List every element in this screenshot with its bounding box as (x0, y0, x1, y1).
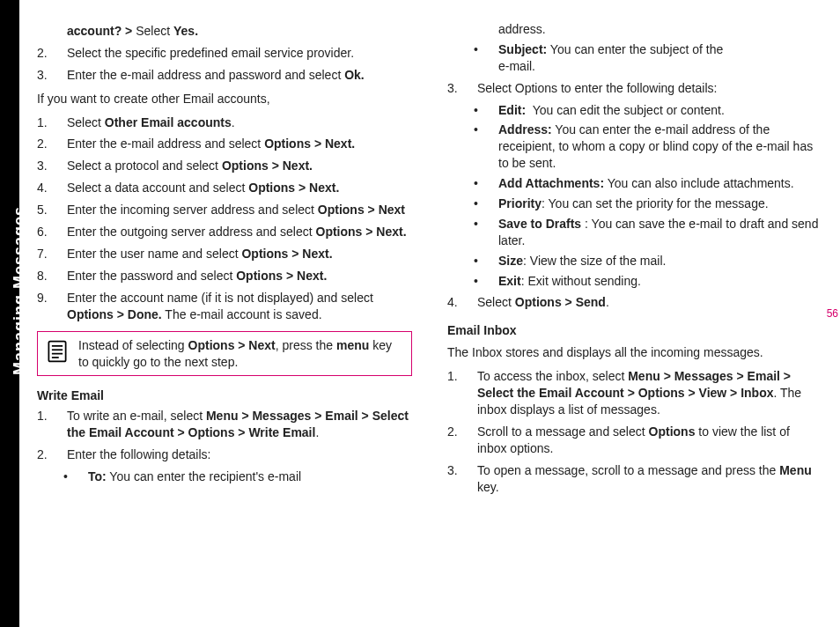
list-index: 2. (37, 136, 63, 152)
text: Select Options to enter the following de… (474, 80, 822, 97)
list-index: 6. (37, 224, 63, 240)
bullet: • (474, 195, 495, 212)
text: Priority: You can set the priority for t… (495, 195, 822, 212)
list-index: 1. (37, 114, 63, 131)
text: Add Attachments: You can also include at… (495, 175, 822, 192)
note-text: Instead of selecting Options > Next, pre… (78, 337, 404, 369)
list-index: 9. (37, 290, 63, 323)
text: Save to Drafts : You can save the e-mail… (495, 216, 822, 249)
list-index: 1. (37, 408, 63, 441)
text: Edit: You can edit the subject or conten… (495, 102, 822, 119)
list-index: 1. (447, 368, 474, 418)
text: Exit: Exit without sending. (495, 273, 822, 290)
note-icon (45, 339, 70, 364)
text: Enter the password and select Options > … (63, 268, 412, 284)
bullet: • (474, 175, 495, 192)
text: Select the specific predefined email ser… (63, 45, 412, 62)
section-heading: Email Inbox (447, 323, 822, 337)
list-index: 3. (37, 158, 63, 174)
text: If you want to create other Email accoun… (37, 91, 412, 107)
text: Select a data account and select Options… (63, 180, 412, 196)
list-index: 4. (37, 180, 63, 196)
list-index: 3. (37, 67, 63, 84)
left-column: account? > Select Yes. 2.Select the spec… (37, 18, 412, 500)
sidebar: Managing Messages (0, 0, 19, 627)
text: To access the inbox, select Menu > Messa… (474, 368, 822, 418)
page-number: 56 (827, 307, 838, 320)
text: To: You can enter the recipient's e-mail (85, 468, 412, 485)
list-index: 2. (37, 446, 63, 463)
bullet: • (63, 468, 85, 485)
list-index: 3. (447, 462, 474, 496)
list-index: 7. (37, 246, 63, 262)
list-index: 5. (37, 202, 63, 218)
svg-rect-0 (48, 342, 65, 362)
text: The Inbox stores and displays all the in… (447, 344, 822, 361)
text: Enter the user name and select Options >… (63, 246, 412, 262)
text: Select a protocol and select Options > N… (63, 158, 412, 174)
list-index: 8. (37, 268, 63, 284)
text: Size: View the size of the mail. (495, 253, 822, 269)
text: To write an e-mail, select Menu > Messag… (63, 408, 412, 441)
bullet: • (474, 102, 495, 119)
bullet: • (474, 253, 495, 269)
text: Enter the account name (if it is not dis… (63, 290, 412, 323)
text: Address: You can enter the e-mail addres… (495, 122, 822, 172)
bullet: • (474, 41, 495, 75)
text: Subject: You can enter the subject of th… (495, 41, 822, 75)
text: Enter the e-mail address and password an… (63, 67, 412, 84)
text: account? > Select Yes. (63, 23, 412, 40)
text: Select Other Email accounts. (63, 114, 412, 131)
list-index: 3. (447, 80, 474, 97)
bullet: • (474, 122, 495, 172)
text: Enter the outgoing server address and se… (63, 224, 412, 240)
bullet: • (474, 216, 495, 249)
text: address. (495, 21, 822, 38)
list-index: 4. (447, 294, 474, 311)
note-box: Instead of selecting Options > Next, pre… (37, 331, 412, 375)
list-index: 2. (37, 45, 63, 62)
side-label: Managing Messages (11, 252, 29, 375)
text: Enter the incoming server address and se… (63, 202, 412, 218)
text: Enter the e-mail address and select Opti… (63, 136, 412, 152)
text: Enter the following details: (63, 446, 412, 463)
right-column: address. •Subject: You can enter the sub… (447, 18, 822, 500)
section-heading: Write Email (37, 388, 412, 402)
text: Scroll to a message and select Options t… (474, 424, 822, 457)
page-content: account? > Select Yes. 2.Select the spec… (37, 18, 822, 609)
text: To open a message, scroll to a message a… (474, 462, 822, 496)
list-index: 2. (447, 424, 474, 457)
bullet: • (474, 273, 495, 290)
text: Select Options > Send. (474, 294, 822, 311)
